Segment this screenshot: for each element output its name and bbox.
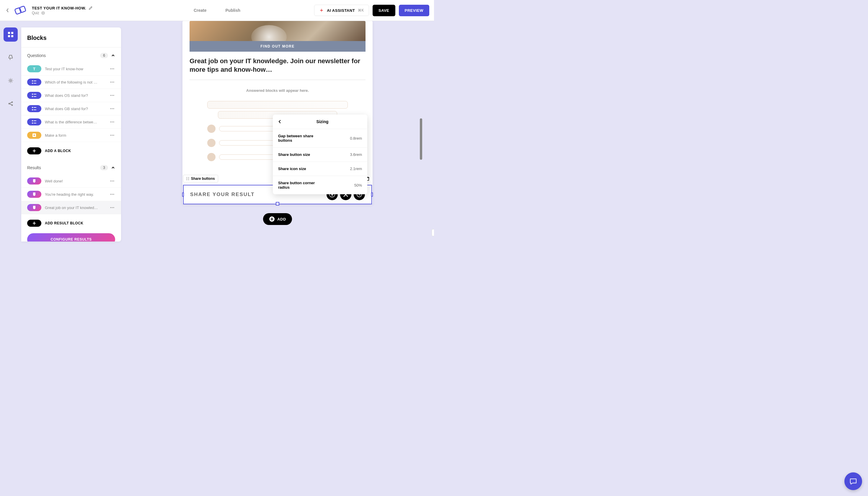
more-icon[interactable] [109, 205, 115, 211]
more-icon[interactable] [109, 106, 115, 112]
chevron-up-icon [111, 166, 115, 170]
svg-point-53 [110, 207, 111, 208]
app-logo[interactable] [13, 4, 28, 16]
more-icon[interactable] [109, 191, 115, 197]
resize-handle-left[interactable] [182, 192, 184, 197]
rail-settings-button[interactable] [3, 74, 18, 88]
sizing-back-button[interactable] [278, 119, 283, 124]
result-block-icon [27, 177, 41, 185]
svg-point-33 [110, 108, 111, 109]
svg-point-27 [112, 95, 113, 96]
question-item-1[interactable]: Which of the following is not … [21, 76, 121, 89]
sizing-row-radius[interactable]: Share button corner radius 50% [273, 176, 367, 194]
question-item-4[interactable]: What is the difference betwe… [21, 115, 121, 129]
sizing-row-button-size[interactable]: Share button size 3.6rem [273, 148, 367, 162]
question-item-2[interactable]: What does OS stand for? [21, 89, 121, 102]
hero-headline[interactable]: Great job on your IT knowledge. Join our… [183, 52, 373, 80]
svg-point-20 [112, 82, 113, 83]
more-icon[interactable] [109, 132, 115, 138]
hero-image[interactable] [189, 21, 366, 41]
svg-point-8 [10, 80, 12, 81]
questions-section-header[interactable]: Questions 6 [21, 48, 121, 62]
svg-point-15 [32, 80, 33, 81]
sizing-value[interactable]: 50% [354, 183, 362, 187]
result-label: You're heading the right way. [45, 192, 106, 197]
ai-shortcut: ⌘K [358, 8, 364, 12]
more-icon[interactable] [109, 92, 115, 98]
sizing-value[interactable]: 2.1rem [350, 167, 362, 171]
more-icon[interactable] [109, 79, 115, 85]
svg-rect-1 [19, 6, 26, 13]
preview-button[interactable]: PREVIEW [399, 5, 429, 16]
results-label: Results [27, 165, 100, 170]
plus-circle-icon [269, 216, 275, 222]
result-item-1[interactable]: You're heading the right way. [21, 188, 121, 201]
hero-cta-button[interactable]: FIND OUT MORE [189, 41, 366, 52]
sizing-label: Share button size [278, 152, 310, 157]
chevron-left-icon [278, 119, 282, 124]
svg-point-52 [113, 194, 114, 195]
svg-point-54 [112, 207, 113, 208]
question-item-0[interactable]: T Test your IT know-how [21, 62, 121, 76]
sizing-label: Share icon size [278, 167, 306, 171]
ai-assistant-button[interactable]: AI ASSISTANT ⌘K [314, 5, 369, 16]
svg-point-47 [110, 181, 111, 182]
tab-create[interactable]: Create [190, 5, 210, 15]
svg-point-45 [112, 135, 113, 136]
sizing-value[interactable]: 3.6rem [350, 152, 362, 157]
result-item-2[interactable]: Great job on your IT knowled… [21, 201, 121, 214]
svg-point-51 [112, 194, 113, 195]
form-block-icon [27, 132, 41, 139]
share-text[interactable]: SHARE YOUR RESULT [190, 191, 255, 198]
sizing-row-gap[interactable]: Gap between share buttons 0.8rem [273, 129, 367, 148]
chevron-up-icon [111, 53, 115, 58]
scrollbar[interactable] [419, 21, 422, 228]
svg-point-21 [113, 82, 114, 83]
add-result-button[interactable]: ADD RESULT BLOCK [27, 218, 115, 229]
sizing-row-icon-size[interactable]: Share icon size 2.1rem [273, 162, 367, 176]
share-block-handle[interactable]: Share buttons [183, 175, 218, 183]
questions-count: 6 [100, 53, 108, 58]
more-icon[interactable] [109, 178, 115, 184]
back-button[interactable] [5, 7, 11, 13]
sizing-value[interactable]: 0.8rem [350, 136, 362, 141]
save-button[interactable]: SAVE [373, 5, 395, 16]
svg-rect-18 [34, 83, 36, 83]
edit-title-button[interactable] [89, 6, 93, 10]
tab-publish[interactable]: Publish [222, 5, 244, 15]
rail-design-button[interactable] [3, 50, 18, 65]
project-title: TEST YOUR IT KNOW-HOW. [32, 6, 86, 10]
more-icon[interactable] [109, 119, 115, 125]
blocks-sidebar: Blocks Questions 6 T Test your IT know-h… [21, 28, 121, 242]
title-block: TEST YOUR IT KNOW-HOW. Quiz i [32, 6, 93, 15]
question-label: What is the difference betwe… [45, 120, 106, 124]
svg-point-50 [110, 194, 111, 195]
pencil-icon [89, 6, 93, 10]
add-element-button[interactable]: ADD [263, 213, 292, 225]
resize-handle-right[interactable] [371, 192, 373, 197]
result-item-0[interactable]: Well done! [21, 174, 121, 188]
scrollbar-thumb[interactable] [420, 119, 422, 160]
svg-rect-6 [8, 35, 10, 37]
drag-icon [186, 177, 189, 181]
svg-rect-23 [34, 94, 36, 94]
sizing-title: Sizing [283, 119, 362, 124]
question-item-3[interactable]: What does GB stand for? [21, 102, 121, 115]
svg-rect-39 [34, 123, 36, 123]
rail-share-button[interactable] [3, 96, 18, 111]
question-label: What does OS stand for? [45, 93, 106, 98]
question-item-5[interactable]: Make a form [21, 129, 121, 142]
svg-point-36 [32, 120, 33, 121]
more-icon[interactable] [109, 66, 115, 72]
rail-blocks-button[interactable] [3, 28, 18, 42]
add-result-label: ADD RESULT BLOCK [45, 221, 83, 225]
svg-point-60 [187, 180, 187, 180]
configure-results-button[interactable]: CONFIGURE RESULTS [27, 233, 115, 242]
results-section-header[interactable]: Results 3 [21, 160, 121, 174]
info-icon[interactable]: i [41, 11, 45, 15]
add-block-button[interactable]: ADD A BLOCK [27, 145, 115, 156]
svg-point-28 [113, 95, 114, 96]
svg-point-48 [112, 181, 113, 182]
canvas-resize-handle[interactable] [432, 229, 434, 236]
choice-block-icon [27, 119, 41, 125]
